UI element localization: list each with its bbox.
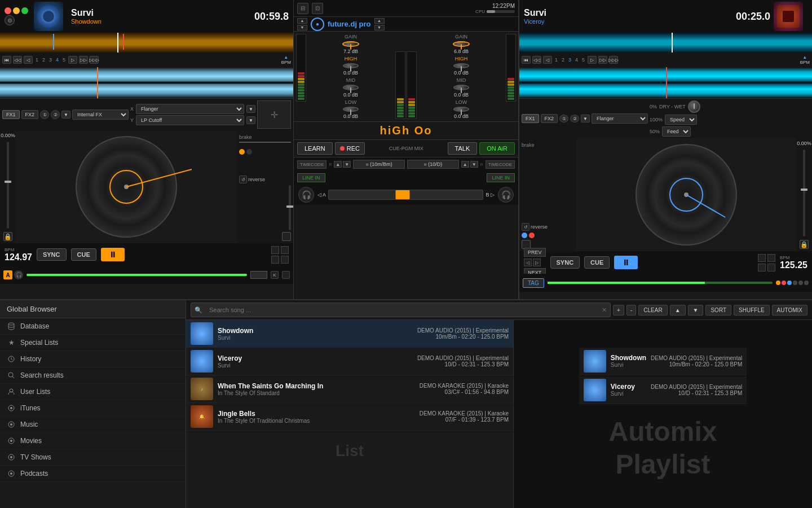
mid-knob-b[interactable]	[453, 85, 469, 90]
vol-bar-b[interactable]	[548, 282, 773, 284]
automix-row-0[interactable]: Showdown Survi DEMO AUDIO (2015) | Exper…	[579, 348, 747, 375]
sort-btn[interactable]: SORT	[705, 305, 731, 316]
next-arrow-b[interactable]: ▷	[533, 259, 541, 266]
key-btn-a[interactable]: K	[271, 271, 279, 279]
sidebar-item-podcasts[interactable]: Podcasts	[0, 466, 186, 482]
mixer-dn-2[interactable]: ▼	[374, 25, 385, 30]
timecode-r-a[interactable]: R	[329, 163, 332, 167]
vinyl-a[interactable]	[16, 130, 237, 243]
key-dn-b[interactable]: ▼	[470, 161, 478, 168]
fwd-b[interactable]: ▷▷	[598, 56, 607, 64]
high-knob-b[interactable]	[453, 63, 469, 68]
fx2-btn-a[interactable]: FX2	[21, 110, 39, 119]
sync-btn-b[interactable]: SYNC	[550, 256, 580, 269]
max-button-a[interactable]	[21, 7, 28, 14]
sidebar-item-user[interactable]: User Lists	[0, 384, 186, 400]
headphone-a[interactable]: 🎧	[14, 270, 23, 279]
fwd-end-a[interactable]: ▷▷▷	[90, 56, 99, 64]
vinyl-b[interactable]	[576, 138, 796, 251]
timecode-btn-b[interactable]: TIMECODE	[486, 160, 515, 169]
playlist-row-0[interactable]: Showdown Survi DEMO AUDIO (2015) | Exper…	[186, 320, 513, 348]
sidebar-item-search[interactable]: Search results	[0, 367, 186, 384]
brake-slider-a[interactable]	[239, 142, 291, 143]
fx-pad-a[interactable]: ✛	[257, 100, 291, 129]
high-knob-a[interactable]	[343, 63, 359, 68]
up-btn[interactable]: ▲	[670, 305, 686, 316]
timecode-r-b[interactable]: R	[480, 163, 483, 167]
vinyl-disc-b[interactable]	[636, 144, 737, 246]
fx-down-a[interactable]: ▼	[61, 111, 70, 119]
low-knob-a[interactable]	[343, 107, 359, 112]
prev-hotcue-b[interactable]: ⏮	[522, 56, 531, 64]
sidebar-item-tv[interactable]: TV Shows	[0, 449, 186, 466]
cue-btn-b[interactable]: CUE	[584, 256, 610, 269]
headphone-mixer-r[interactable]: 🎧	[498, 187, 514, 203]
sidebar-item-history[interactable]: History	[0, 351, 186, 367]
reverse-icon-b[interactable]: ↺	[522, 223, 529, 231]
mixer-icon-2[interactable]: ⊡	[312, 3, 323, 14]
mixer-dn-1[interactable]: ▼	[297, 25, 307, 30]
mixer-icon-1[interactable]: ⊟	[297, 3, 308, 14]
lock-btn-a[interactable]: 🔒	[3, 232, 12, 241]
grid-btn-a2[interactable]	[281, 246, 289, 254]
fx-y-arrow-a[interactable]: ▼	[246, 116, 255, 124]
vol-bar-a[interactable]	[27, 274, 247, 276]
pitch-right-a[interactable]	[289, 185, 291, 230]
tag-btn-b[interactable]: TAG	[523, 278, 544, 288]
talk-btn[interactable]: TALK	[448, 142, 478, 155]
prev-arrow-b[interactable]: ◁	[524, 259, 532, 266]
automix-btn[interactable]: AUTOMIX	[772, 305, 807, 316]
fx-down-b[interactable]: ▼	[581, 115, 590, 122]
settings-button-a[interactable]: ⚙	[5, 15, 15, 25]
fx-circle-1-b[interactable]: ①	[559, 115, 568, 122]
headphone-mixer-l[interactable]: 🎧	[298, 187, 314, 203]
fx2-btn-b[interactable]: FX2	[541, 114, 558, 123]
fx-circle-2-b[interactable]: ②	[570, 115, 579, 122]
vol-knob-a[interactable]	[250, 271, 267, 279]
learn-btn[interactable]: LEARN	[297, 142, 333, 155]
play-btn-a[interactable]: ⏸	[101, 248, 125, 261]
shuffle-btn[interactable]: SHUFFLE	[734, 305, 770, 316]
speed-select-b[interactable]: Speed	[665, 115, 697, 125]
linein-btn-b[interactable]: LINE IN	[487, 173, 515, 182]
fx1-btn-a[interactable]: FX1	[2, 110, 20, 119]
playlist-row-2[interactable]: ♪ When The Saints Go Marching In In The …	[186, 375, 513, 403]
mixer-up-2[interactable]: ▲	[374, 18, 385, 24]
sidebar-item-special[interactable]: ★ Special Lists	[0, 335, 186, 351]
onair-btn[interactable]: ON AiR	[479, 142, 515, 155]
extra-btn-a[interactable]	[282, 271, 290, 279]
mid-knob-a[interactable]	[343, 85, 359, 90]
search-clear-x[interactable]: ✕	[602, 306, 607, 314]
waveform-overview-b[interactable]	[519, 33, 812, 52]
grid-btn-a4[interactable]	[281, 256, 289, 264]
play-btn-b[interactable]: ⏸	[614, 256, 638, 269]
grid-btn-b4[interactable]	[767, 264, 775, 271]
reverse-icon-a[interactable]: ↺	[239, 176, 247, 183]
fx-x-arrow-a[interactable]: ▼	[246, 105, 255, 113]
fx-circle-2-a[interactable]: ②	[51, 110, 60, 119]
search-input[interactable]	[205, 304, 599, 316]
mixer-logo[interactable]: ●	[311, 17, 324, 31]
back-b[interactable]: ◁◁	[532, 56, 541, 64]
down-btn[interactable]: ▼	[688, 305, 704, 316]
back-1-b[interactable]: ◁	[543, 56, 552, 64]
grid-btn-a3[interactable]	[271, 256, 279, 264]
pitch-slider-b[interactable]	[803, 150, 805, 237]
fx-flanger-select-b[interactable]: Flanger	[592, 113, 648, 124]
timecode-btn-a[interactable]: TIMECODE	[297, 160, 326, 169]
linein-btn-a[interactable]: LINE IN	[297, 173, 325, 182]
back-a[interactable]: ◁◁	[13, 56, 22, 64]
dry-wet-knob-b[interactable]	[688, 100, 700, 113]
rec-btn[interactable]: REC	[335, 142, 365, 155]
low-knob-b[interactable]	[453, 107, 469, 112]
grid-btn-b1[interactable]	[758, 254, 766, 262]
waveform-detail-a[interactable]	[0, 67, 293, 98]
key-up-b[interactable]: ▲	[461, 161, 469, 168]
fx-circle-1-a[interactable]: ①	[40, 110, 49, 119]
crossfader[interactable]	[328, 190, 483, 200]
automix-row-1[interactable]: Viceroy Survi DEMO AUDIO (2015) | Experi…	[579, 376, 747, 404]
gain-knob-a[interactable]	[342, 41, 359, 47]
prev-hotcue-a[interactable]: ⏮	[2, 56, 11, 64]
fx-internal-select-a[interactable]: Internal FX	[72, 110, 129, 120]
lock-right-a[interactable]	[282, 232, 291, 241]
